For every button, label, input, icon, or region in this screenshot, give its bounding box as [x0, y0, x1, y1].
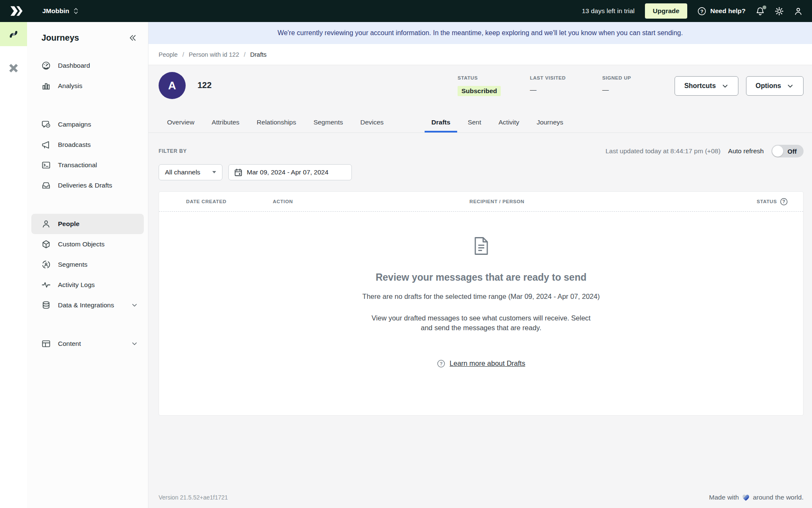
date-range-picker[interactable]: Mar 09, 2024 - Apr 07, 2024 [228, 164, 352, 180]
brand-logo-icon [9, 5, 24, 17]
options-button[interactable]: Options [746, 76, 804, 96]
last-updated-text: Last updated today at 8:44:17 pm (+08) [606, 147, 721, 155]
upgrade-button[interactable]: Upgrade [645, 3, 688, 19]
version-text: Version 21.5.52+ae1f1721 [159, 494, 228, 501]
sidebar-item-dashboard[interactable]: Dashboard [31, 55, 144, 76]
sidebar-item-segments[interactable]: Segments [31, 254, 144, 275]
trial-countdown: 13 days left in trial [582, 7, 635, 15]
tab-sent[interactable]: Sent [461, 113, 488, 133]
drafts-table: DATE CREATED ACTION RECIPIENT / PERSON S… [159, 191, 804, 416]
learn-more-link[interactable]: Learn more about Drafts [450, 359, 525, 367]
channel-filter-dropdown[interactable]: All channels [159, 164, 222, 180]
tab-overview[interactable]: Overview [160, 113, 201, 133]
person-header: A 122 STATUS Subscribed LAST VISITED — S… [159, 65, 804, 99]
notifications-button[interactable] [756, 7, 765, 16]
sidebar-item-label: Campaigns [58, 121, 91, 128]
sidebar: Journeys Dashboard Analysis Campaigns [27, 22, 148, 508]
top-bar: JMobbin 13 days left in trial Upgrade Ne… [0, 0, 812, 22]
help-circle-icon [437, 359, 445, 368]
col-action: ACTION [273, 199, 370, 204]
breadcrumb-person[interactable]: Person with id 122 [189, 51, 239, 58]
filter-controls: All channels Mar 09, 2024 - Apr 07, 2024 [159, 164, 804, 180]
col-status-label: STATUS [757, 199, 777, 204]
sidebar-divider [27, 196, 148, 214]
shortcuts-button[interactable]: Shortcuts [675, 76, 738, 96]
pulse-icon [41, 280, 51, 290]
layout-icon [41, 339, 51, 348]
sidebar-item-analysis[interactable]: Analysis [31, 76, 144, 96]
breadcrumb-separator: / [182, 51, 184, 58]
sidebar-item-activity-logs[interactable]: Activity Logs [31, 275, 144, 295]
sidebar-item-content[interactable]: Content [31, 334, 144, 354]
page-content: A 122 STATUS Subscribed LAST VISITED — S… [148, 65, 812, 508]
rail-secondary-app-button[interactable] [8, 63, 19, 73]
auto-refresh-toggle[interactable]: Off [771, 145, 804, 157]
calendar-icon [234, 168, 243, 177]
tab-activity[interactable]: Activity [492, 113, 526, 133]
chevron-down-icon [131, 340, 138, 347]
tab-label: Drafts [431, 119, 450, 126]
sidebar-item-broadcasts[interactable]: Broadcasts [31, 135, 144, 155]
person-icon [41, 219, 51, 229]
channel-filter-value: All channels [165, 168, 200, 176]
need-help-label: Need help? [710, 7, 746, 15]
tab-drafts[interactable]: Drafts [425, 113, 457, 133]
account-button[interactable] [794, 7, 803, 16]
main-area: We're currently reviewing your account i… [148, 22, 812, 508]
options-label: Options [756, 82, 781, 90]
need-help-button[interactable]: Need help? [697, 7, 746, 16]
breadcrumb-people[interactable]: People [159, 51, 178, 58]
tab-journeys[interactable]: Journeys [530, 113, 570, 133]
sidebar-item-transactional[interactable]: Transactional [31, 155, 144, 175]
last-visited-label: LAST VISITED [530, 75, 602, 80]
sidebar-nav: Dashboard Analysis Campaigns Broadcasts [27, 55, 148, 354]
tab-attributes[interactable]: Attributes [205, 113, 246, 133]
sidebar-title: Journeys [41, 33, 79, 43]
sidebar-item-label: Deliveries & Drafts [58, 182, 112, 189]
campaign-bubble-icon [41, 120, 51, 129]
made-with-suffix: around the world. [753, 494, 804, 501]
col-date-created: DATE CREATED [186, 199, 273, 204]
signed-up-label: SIGNED UP [602, 75, 675, 80]
sidebar-item-people[interactable]: People [31, 214, 144, 234]
notification-dot [763, 6, 766, 9]
rail-journeys-app-button[interactable] [0, 22, 27, 46]
filter-row: FILTER BY Last updated today at 8:44:17 … [159, 145, 804, 157]
sidebar-item-label: Dashboard [58, 62, 90, 69]
sidebar-item-label: Custom Objects [58, 240, 104, 248]
segments-icon [41, 260, 51, 269]
status-help-icon[interactable] [780, 198, 788, 206]
sidebar-item-custom-objects[interactable]: Custom Objects [31, 234, 144, 254]
sidebar-item-label: Broadcasts [58, 141, 91, 149]
toggle-state-label: Off [787, 148, 797, 155]
last-visited-value: — [530, 86, 602, 94]
person-tabs: Overview Attributes Relationships Segmen… [148, 113, 812, 133]
sidebar-item-campaigns[interactable]: Campaigns [31, 114, 144, 135]
tab-label: Sent [468, 119, 481, 126]
settings-button[interactable] [775, 7, 784, 16]
sidebar-item-label: Analysis [58, 82, 82, 90]
workspace-selector[interactable]: JMobbin [42, 7, 78, 15]
breadcrumb-separator: / [244, 51, 245, 58]
avatar: A [159, 72, 186, 99]
last-visited-column: LAST VISITED — [530, 75, 602, 96]
inbox-icon [41, 181, 51, 190]
bar-chart-icon [41, 81, 51, 91]
sidebar-collapse-button[interactable] [128, 33, 137, 42]
document-icon [472, 236, 491, 256]
tab-relationships[interactable]: Relationships [250, 113, 303, 133]
database-icon [41, 301, 51, 310]
workspace-updown-icon [74, 7, 78, 15]
sidebar-item-deliveries-drafts[interactable]: Deliveries & Drafts [31, 175, 144, 196]
status-column: STATUS Subscribed [458, 75, 530, 96]
filter-by-label: FILTER BY [159, 148, 187, 154]
footer: Version 21.5.52+ae1f1721 Made with aroun… [159, 494, 804, 508]
user-icon [794, 7, 803, 16]
tab-segments[interactable]: Segments [307, 113, 350, 133]
made-with-prefix: Made with [709, 494, 739, 501]
app-rail [0, 22, 27, 508]
empty-state-subtitle: There are no drafts for the selected tim… [362, 293, 600, 301]
breadcrumb-current: Drafts [250, 51, 267, 58]
tab-devices[interactable]: Devices [354, 113, 390, 133]
sidebar-item-data-integrations[interactable]: Data & Integrations [31, 295, 144, 315]
